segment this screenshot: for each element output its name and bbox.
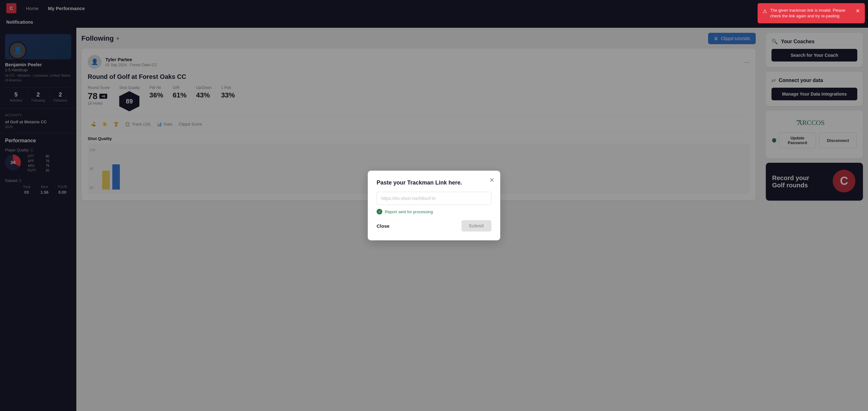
modal-title: Paste your Trackman Link here. <box>377 180 491 186</box>
toast-icon: ⚠ <box>763 8 767 15</box>
modal-overlay: Paste your Trackman Link here. ✕ ✓ Repor… <box>0 0 868 411</box>
modal-close-button[interactable]: Close <box>377 223 390 229</box>
modal-submit-button[interactable]: Submit <box>461 220 491 231</box>
success-text: Report sent for processing <box>385 210 433 214</box>
trackman-link-input[interactable] <box>377 192 491 205</box>
modal-footer: Close Submit <box>377 220 491 231</box>
trackman-modal: Paste your Trackman Link here. ✕ ✓ Repor… <box>368 171 500 240</box>
modal-success-message: ✓ Report sent for processing <box>377 209 491 215</box>
toast-notification: ⚠ The given trackman link is invalid. Pl… <box>757 3 865 23</box>
success-check-icon: ✓ <box>377 209 382 215</box>
toast-message: The given trackman link is invalid. Plea… <box>770 7 850 19</box>
toast-close[interactable]: ✕ <box>856 7 860 14</box>
modal-close-icon[interactable]: ✕ <box>489 176 495 184</box>
